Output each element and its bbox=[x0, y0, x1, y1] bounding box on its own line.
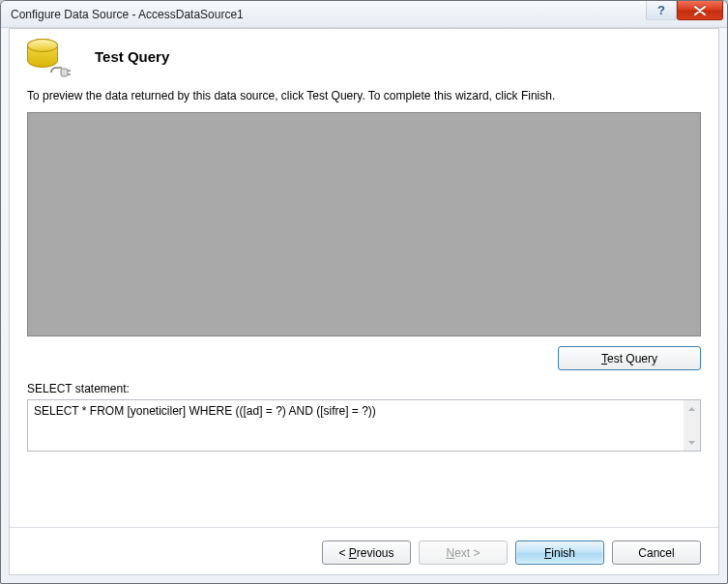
select-label: SELECT statement: bbox=[10, 382, 718, 399]
results-grid[interactable] bbox=[27, 112, 701, 336]
client-area: Test Query To preview the data returned … bbox=[9, 28, 719, 575]
scroll-up-icon bbox=[684, 400, 700, 417]
svg-rect-0 bbox=[61, 69, 68, 76]
datasource-icon bbox=[27, 37, 70, 79]
select-statement-text[interactable]: SELECT * FROM [yoneticiler] WHERE (([ad]… bbox=[28, 400, 684, 451]
close-icon bbox=[694, 6, 706, 15]
cancel-button[interactable]: Cancel bbox=[612, 540, 701, 565]
titlebar-buttons: ? bbox=[646, 1, 725, 27]
finish-button[interactable]: Finish bbox=[515, 540, 604, 565]
next-button: Next > bbox=[419, 540, 508, 565]
page-title: Test Query bbox=[95, 48, 169, 65]
wizard-buttons: < Previous Next > Finish Cancel bbox=[10, 540, 718, 565]
scroll-down-icon bbox=[684, 434, 700, 451]
help-icon: ? bbox=[657, 3, 665, 17]
instruction-text: To preview the data returned by this dat… bbox=[10, 89, 718, 112]
select-statement-box: SELECT * FROM [yoneticiler] WHERE (([ad]… bbox=[27, 399, 701, 452]
test-query-label-rest: est Query bbox=[607, 352, 657, 365]
wizard-window: Configure Data Source - AccessDataSource… bbox=[0, 0, 728, 584]
help-button[interactable]: ? bbox=[646, 1, 677, 20]
test-query-button[interactable]: Test Query bbox=[558, 346, 701, 370]
previous-button[interactable]: < Previous bbox=[322, 540, 411, 565]
textarea-scrollbar[interactable] bbox=[684, 400, 700, 451]
test-query-row: Test Query bbox=[10, 336, 718, 382]
separator bbox=[10, 527, 718, 528]
window-title: Configure Data Source - AccessDataSource… bbox=[11, 8, 646, 21]
plug-icon bbox=[48, 64, 72, 81]
header: Test Query bbox=[10, 29, 718, 89]
title-bar: Configure Data Source - AccessDataSource… bbox=[1, 1, 727, 28]
close-button[interactable] bbox=[677, 1, 723, 20]
